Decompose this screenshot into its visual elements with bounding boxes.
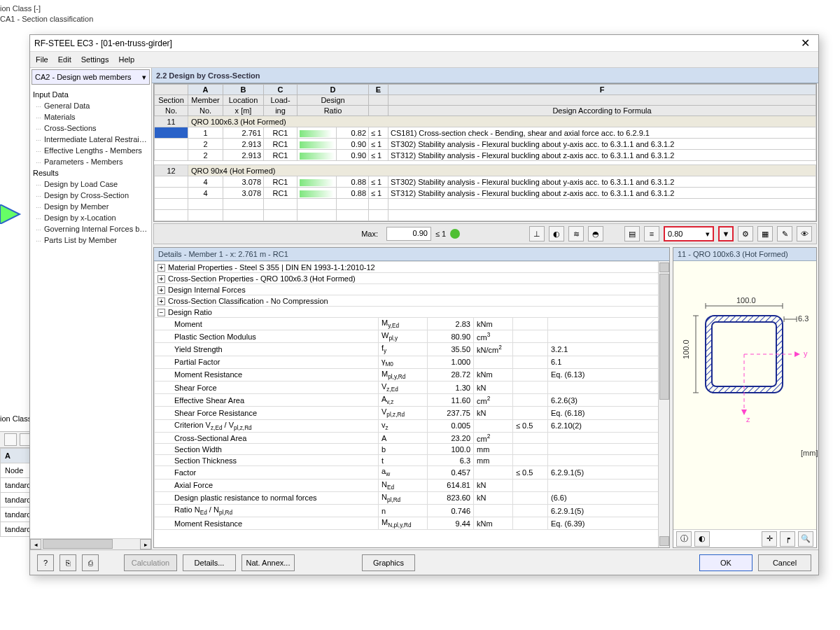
nav-item[interactable]: Design by Load Case — [31, 178, 150, 190]
cell-desc[interactable]: ST302) Stability analysis - Flexural buc… — [388, 176, 816, 188]
cell-member[interactable]: 4 — [188, 176, 223, 188]
help-icon[interactable]: ? — [37, 554, 54, 571]
tool-icon[interactable]: ▤ — [624, 226, 640, 241]
nav-item[interactable]: Design by Member — [31, 201, 150, 212]
window-title: RF-STEEL EC3 - [01-en-truss-girder] — [34, 38, 797, 48]
filter-value-input[interactable]: 0.80 ▾ — [664, 226, 714, 241]
eye-icon[interactable]: 👁 — [797, 226, 812, 241]
expander-icon[interactable]: + — [158, 286, 165, 294]
cancel-button[interactable]: Cancel — [758, 554, 811, 571]
row-handle[interactable] — [155, 188, 188, 199]
details-scrollbar[interactable] — [658, 261, 669, 547]
cell-x[interactable]: 2.913 — [223, 139, 264, 150]
scroll-left-icon[interactable]: ◂ — [30, 539, 41, 550]
detail-value: 1.000 — [428, 356, 474, 368]
cell-x[interactable]: 3.078 — [223, 176, 264, 188]
tool-icon[interactable]: ✎ — [777, 226, 792, 241]
menu-settings[interactable]: Settings — [81, 55, 109, 64]
tool-icon[interactable]: ◐ — [549, 226, 564, 241]
cell-ratio[interactable]: 0.88 — [337, 188, 369, 199]
cell-x[interactable]: 3.078 — [223, 188, 264, 199]
nav-item[interactable]: Parameters - Members — [31, 156, 150, 167]
menu-help[interactable]: Help — [118, 55, 134, 64]
detail-unit: kN — [474, 381, 513, 393]
nav-item[interactable]: Design by x-Location — [31, 212, 150, 223]
scroll-thumb[interactable] — [43, 539, 113, 549]
main-title: 2.2 Design by Cross-Section — [152, 68, 818, 83]
row-handle[interactable] — [155, 127, 188, 139]
details-button[interactable]: Details... — [183, 554, 236, 571]
cell-desc[interactable]: CS181) Cross-section check - Bending, sh… — [388, 127, 816, 139]
bg-triangle-glyph — [0, 204, 28, 224]
graphics-button[interactable]: Graphics — [362, 554, 415, 571]
axes-icon[interactable]: ✛ — [762, 531, 777, 547]
tool-icon[interactable]: ≋ — [568, 226, 584, 241]
svg-text:z: z — [746, 415, 750, 424]
close-icon[interactable]: ✕ — [797, 36, 814, 50]
nav-item[interactable]: Design by Cross-Section — [31, 190, 150, 201]
cell-ratio[interactable]: 0.90 — [337, 139, 369, 150]
nav-item[interactable]: Effective Lengths - Members — [31, 145, 150, 156]
scroll-thumb[interactable] — [659, 274, 669, 400]
cell-lc[interactable]: RC1 — [264, 176, 298, 188]
info-icon[interactable]: ⓘ — [676, 531, 692, 547]
cell-ratio[interactable]: 0.90 — [337, 150, 369, 161]
detail-name: Effective Shear Area — [155, 394, 379, 407]
nav-item[interactable]: Materials — [31, 111, 150, 122]
row-handle[interactable] — [155, 139, 188, 150]
detail-ref — [548, 318, 669, 330]
cell-member[interactable]: 2 — [188, 150, 223, 161]
tool-icon[interactable]: ◐ — [694, 531, 710, 547]
svg-marker-0 — [0, 204, 20, 224]
tool-icon[interactable]: ⊥ — [529, 226, 545, 241]
cell-lc[interactable]: RC1 — [264, 139, 298, 150]
expander-icon[interactable]: − — [158, 309, 165, 316]
cell-desc[interactable]: ST302) Stability analysis - Flexural buc… — [388, 139, 816, 150]
row-handle[interactable] — [155, 176, 188, 188]
scroll-up-icon[interactable] — [659, 262, 669, 272]
nav-item[interactable]: Intermediate Lateral Restraints — [31, 134, 150, 145]
nav-item[interactable]: Cross-Sections — [31, 122, 150, 134]
menu-edit[interactable]: Edit — [58, 55, 71, 64]
nav-item[interactable]: General Data — [31, 100, 150, 111]
cell-x[interactable]: 2.913 — [223, 150, 264, 161]
nav-combo[interactable]: CA2 - Design web members ▾ — [31, 69, 150, 85]
cell-lc[interactable]: RC1 — [264, 188, 298, 199]
detail-unit — [474, 466, 513, 479]
nav-item[interactable]: Governing Internal Forces by M — [31, 223, 150, 234]
magnify-icon[interactable]: 🔍 — [798, 531, 813, 547]
titlebar[interactable]: RF-STEEL EC3 - [01-en-truss-girder] ✕ — [30, 35, 818, 52]
tool-icon[interactable]: ≡ — [644, 226, 659, 241]
calculation-button[interactable]: Calculation — [124, 554, 177, 571]
tool-icon[interactable]: ⚙ — [738, 226, 753, 241]
cell-lc[interactable]: RC1 — [264, 127, 298, 139]
row-handle[interactable] — [155, 150, 188, 161]
cell-ratio[interactable]: 0.88 — [337, 176, 369, 188]
ok-button[interactable]: OK — [699, 554, 752, 571]
cell-member[interactable]: 4 — [188, 188, 223, 199]
expander-icon[interactable]: + — [158, 275, 165, 283]
nat-annex-button[interactable]: Nat. Annex... — [241, 554, 295, 571]
scroll-right-icon[interactable]: ▸ — [140, 539, 151, 550]
dim-icon[interactable]: ┍ — [780, 531, 795, 547]
cell-desc[interactable]: ST312) Stability analysis - Flexural buc… — [388, 188, 816, 199]
nav-scrollbar[interactable]: ◂ ▸ — [30, 538, 151, 550]
expander-icon[interactable]: + — [158, 298, 165, 305]
expander-icon[interactable]: + — [158, 264, 165, 272]
cell-ratio[interactable]: 0.82 — [337, 127, 369, 139]
cell-desc[interactable]: ST312) Stability analysis - Flexural buc… — [388, 150, 816, 161]
cell-member[interactable]: 2 — [188, 139, 223, 150]
cell-member[interactable]: 1 — [188, 127, 223, 139]
detail-limit — [513, 330, 548, 343]
cell-lc[interactable]: RC1 — [264, 150, 298, 161]
nav-item[interactable]: Parts List by Member — [31, 234, 150, 246]
tool-icon[interactable]: ◓ — [588, 226, 603, 241]
export-icon[interactable]: ⎘ — [59, 554, 76, 571]
detail-value: 1.30 — [428, 381, 474, 393]
pin-icon[interactable]: ⎙ — [82, 554, 99, 571]
scroll-down-icon[interactable] — [659, 536, 669, 546]
cell-x[interactable]: 2.761 — [223, 127, 264, 139]
tool-icon[interactable]: ▦ — [757, 226, 773, 241]
filter-apply-icon[interactable]: ▼ — [718, 226, 734, 241]
menu-file[interactable]: File — [36, 55, 48, 64]
